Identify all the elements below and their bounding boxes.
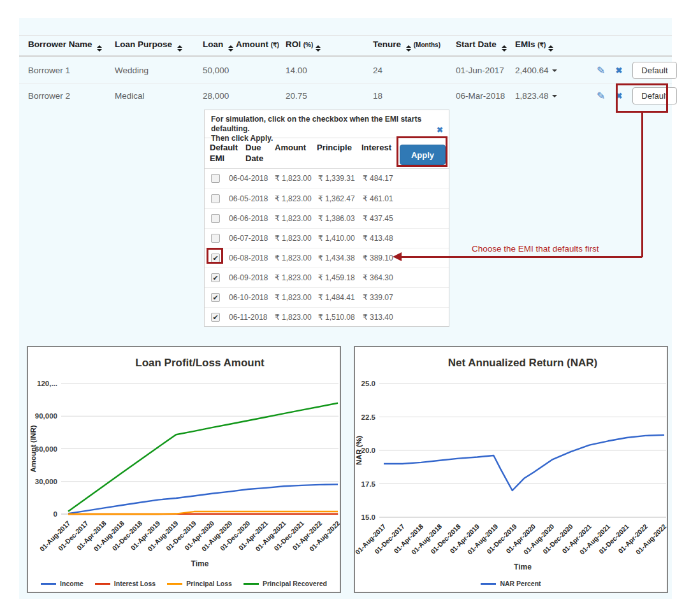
delete-x-icon[interactable]: ✖ — [615, 91, 622, 101]
svg-text:Time: Time — [191, 559, 209, 568]
sort-arrows-icon[interactable] — [316, 45, 321, 52]
roi: 14.00 — [286, 66, 373, 75]
due-date: 06-07-2018 — [229, 234, 268, 243]
column-header-label: Tenure — [373, 39, 404, 49]
legend-line-swatch — [167, 583, 182, 585]
annotation-horizontal-line — [400, 256, 642, 258]
sort-arrows-icon[interactable] — [406, 45, 411, 52]
loan-purpose: Medical — [115, 91, 203, 101]
default-emi-checkbox[interactable] — [211, 194, 220, 203]
emi-principle: ₹ 1,362.47 — [318, 194, 355, 203]
svg-text:90,000: 90,000 — [35, 412, 57, 420]
legend-label: Income — [60, 580, 84, 587]
column-header-sortable[interactable]: Loan Amount (₹) — [203, 39, 286, 52]
due-date: 06-11-2018 — [229, 313, 268, 322]
emi-dropdown[interactable]: 2,400.64 — [515, 66, 592, 75]
default-button[interactable]: Default — [632, 87, 676, 104]
due-date: 06-04-2018 — [229, 174, 268, 183]
default-emi-checkbox-checked[interactable]: ✔ — [211, 293, 220, 302]
column-header-label: EMIs — [515, 39, 537, 49]
column-header-sortable[interactable]: Tenure (Months) — [373, 39, 456, 52]
close-icon[interactable]: ✖ — [437, 125, 443, 135]
due-date: 06-09-2018 — [229, 273, 268, 282]
emi-dropdown[interactable]: 1,823.48 — [515, 91, 592, 101]
default-emi-checkbox[interactable] — [211, 214, 220, 223]
legend-label: Principal Recovered — [263, 580, 327, 587]
default-button[interactable]: Default — [632, 62, 676, 79]
emi-schedule-row: ✔06-11-2018₹ 1,823.00₹ 1,510.08₹ 313.40 — [205, 307, 449, 327]
emi-schedule-row: 06-04-2018₹ 1,823.00₹ 1,339.31₹ 484.17 — [205, 169, 449, 189]
apply-button[interactable]: Apply — [400, 145, 446, 165]
column-header-sortable[interactable]: Start Date — [456, 39, 515, 52]
legend-line-swatch — [244, 583, 259, 585]
edit-pencil-icon[interactable]: ✎ — [597, 90, 605, 102]
column-header-unit: (Months) — [414, 41, 440, 48]
row-actions: ✎✖Default — [592, 87, 677, 104]
popup-column-header: Principle — [317, 142, 360, 153]
legend-label: NAR Percent — [500, 580, 541, 587]
emi-amount: ₹ 1,823.00 — [275, 234, 312, 243]
column-header-unit: (₹) — [271, 41, 279, 48]
default-emi-checkbox-checked[interactable]: ✔ — [211, 273, 220, 282]
column-header-label: Start Date — [456, 39, 499, 49]
emi-schedule-row: 06-05-2018₹ 1,823.00₹ 1,362.47₹ 461.01 — [205, 189, 449, 208]
emi-amount: ₹ 1,823.00 — [275, 293, 312, 302]
sort-arrows-icon[interactable] — [548, 45, 553, 52]
svg-text:22.5: 22.5 — [361, 413, 376, 421]
column-header-label: Borrower Name — [28, 39, 94, 49]
default-emi-checkbox[interactable] — [211, 234, 220, 243]
popup-column-header: Default EMI — [210, 142, 243, 164]
loan-table-row: Borrower 2Medical28,00020.751806-Mar-201… — [19, 83, 672, 108]
nar-chart: Net Annualized Return (NAR)NAR (%)15.017… — [354, 346, 668, 593]
sort-arrows-icon[interactable] — [228, 45, 233, 52]
due-date: 06-10-2018 — [229, 293, 268, 302]
row-actions: ✎✖Default — [592, 62, 677, 79]
nar-chart-legend: NAR Percent — [355, 580, 667, 587]
column-header-sortable[interactable]: EMIs (₹) — [515, 39, 592, 52]
default-emi-checkbox-checked[interactable]: ✔ — [211, 313, 220, 322]
popup-column-header: Interest — [361, 142, 400, 153]
legend-item: Principal Loss — [167, 580, 232, 587]
svg-text:20.0: 20.0 — [361, 447, 375, 454]
chevron-down-icon — [552, 95, 557, 97]
legend-item: Principal Recovered — [244, 580, 327, 587]
popup-instruction-line1: For simulation, click on the checkbox wh… — [211, 115, 421, 133]
svg-text:Net Annualized Return (NAR): Net Annualized Return (NAR) — [448, 357, 598, 369]
popup-instruction: For simulation, click on the checkbox wh… — [205, 110, 449, 138]
sort-arrows-icon[interactable] — [177, 45, 182, 52]
svg-text:60,000: 60,000 — [35, 445, 57, 453]
default-emi-checkbox[interactable] — [211, 174, 220, 183]
legend-label: Interest Loss — [114, 580, 156, 587]
content-panel: Borrower Name Loan Purpose Loan Amount (… — [19, 18, 672, 599]
emi-principle: ₹ 1,510.08 — [318, 313, 355, 322]
column-header-sortable[interactable]: Borrower Name — [28, 39, 115, 52]
column-header-sortable[interactable]: ROI (%) — [286, 39, 373, 52]
column-header-sortable[interactable]: Loan Purpose — [115, 39, 203, 52]
column-header-label: Loan Purpose — [115, 39, 175, 49]
column-header-unit: (₹) — [537, 41, 546, 48]
legend-line-swatch — [95, 583, 110, 585]
column-header-label: Amount — [236, 39, 271, 49]
emi-schedule-row: 06-06-2018₹ 1,823.00₹ 1,386.03₹ 437.45 — [205, 208, 449, 228]
emi-interest: ₹ 413.48 — [363, 234, 393, 243]
roi: 20.75 — [286, 91, 373, 101]
emi-interest: ₹ 484.17 — [363, 174, 393, 183]
delete-x-icon[interactable]: ✖ — [615, 66, 622, 75]
popup-table-header: Apply Default EMIDue DateAmountPrinciple… — [205, 138, 449, 169]
emi-schedule-row: ✔06-10-2018₹ 1,823.00₹ 1,484.41₹ 339.07 — [205, 287, 449, 307]
loan-amount: 28,000 — [203, 91, 286, 101]
emi-default-popup: For simulation, click on the checkbox wh… — [204, 110, 449, 327]
legend-item: Interest Loss — [95, 580, 156, 587]
default-emi-checkbox-checked[interactable]: ✔ — [211, 254, 220, 262]
emi-interest: ₹ 313.40 — [363, 313, 393, 322]
annotation-vertical-line — [641, 113, 643, 257]
sort-arrows-icon[interactable] — [502, 45, 507, 52]
edit-pencil-icon[interactable]: ✎ — [597, 64, 605, 76]
emi-principle: ₹ 1,339.31 — [318, 174, 355, 183]
emi-schedule-row: ✔06-09-2018₹ 1,823.00₹ 1,459.18₹ 364.30 — [205, 268, 449, 287]
sort-arrows-icon[interactable] — [97, 45, 102, 52]
svg-text:120,...: 120,... — [37, 380, 57, 387]
emi-principle: ₹ 1,484.41 — [318, 293, 355, 302]
emi-amount: ₹ 1,823.00 — [275, 313, 312, 322]
emi-value: 1,823.48 — [515, 91, 549, 101]
